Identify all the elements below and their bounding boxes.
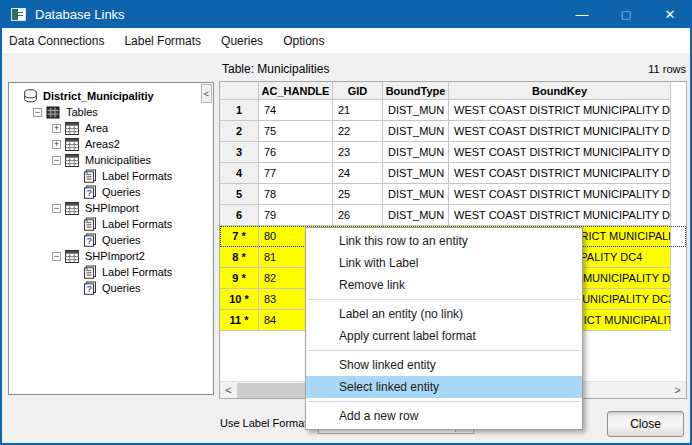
table-cell-ac_handle[interactable]: 75: [259, 121, 333, 142]
column-header-boundtype[interactable]: BoundType: [383, 82, 449, 100]
queries-icon: ?: [82, 233, 98, 247]
tree-item-tables[interactable]: Tables: [9, 104, 213, 120]
column-header-row-number[interactable]: [220, 82, 259, 100]
tree-collapse-button[interactable]: <: [201, 84, 212, 103]
row-number-cell[interactable]: 7 *: [220, 226, 259, 247]
table-cell-gid[interactable]: 22: [333, 121, 383, 142]
table-cell-ac_handle[interactable]: 79: [259, 205, 333, 226]
column-header-gid[interactable]: GID: [333, 82, 383, 100]
expand-expander-icon[interactable]: [52, 124, 61, 133]
row-number-cell[interactable]: 8 *: [220, 247, 259, 268]
table-cell-bound_key[interactable]: WEST COAST DISTRICT MUNICIPALITY DC1: [449, 121, 671, 142]
table-cell-gid[interactable]: 23: [333, 142, 383, 163]
tree-item-queries[interactable]: ?Queries: [9, 280, 213, 296]
context-menu-item-select-linked-entity[interactable]: Select linked entity: [306, 376, 582, 398]
table-row[interactable]: 27522DIST_MUNWEST COAST DISTRICT MUNICIP…: [220, 121, 686, 142]
context-menu-item-link-with-label[interactable]: Link with Label: [306, 252, 582, 274]
row-number-cell[interactable]: 5: [220, 184, 259, 205]
tree-item-label: Queries: [102, 282, 141, 294]
table-cell-bound_type[interactable]: DIST_MUN: [383, 184, 449, 205]
context-menu-item-add-a-new-row[interactable]: Add a new row: [306, 405, 582, 427]
table-cell-bound_type[interactable]: DIST_MUN: [383, 121, 449, 142]
table-cell-bound_key[interactable]: WEST COAST DISTRICT MUNICIPALITY DC1: [449, 100, 671, 121]
table-cell-gid[interactable]: 24: [333, 163, 383, 184]
row-number-cell[interactable]: 1: [220, 100, 259, 121]
menubar-item-options[interactable]: Options: [273, 28, 334, 53]
table-row[interactable]: 37623DIST_MUNWEST COAST DISTRICT MUNICIP…: [220, 142, 686, 163]
table-cell-bound_key[interactable]: WEST COAST DISTRICT MUNICIPALITY DC1: [449, 142, 671, 163]
queries-icon: ?: [82, 281, 98, 295]
row-number-cell[interactable]: 10 *: [220, 289, 259, 310]
table-icon: [65, 153, 81, 167]
close-button[interactable]: Close: [607, 411, 684, 437]
collapse-expander-icon[interactable]: [52, 252, 61, 261]
context-menu: Link this row to an entityLink with Labe…: [305, 227, 583, 430]
tree-item-label-formats[interactable]: Label Formats: [9, 168, 213, 184]
table-cell-ac_handle[interactable]: 78: [259, 184, 333, 205]
table-cell-gid[interactable]: 25: [333, 184, 383, 205]
table-row[interactable]: 17421DIST_MUNWEST COAST DISTRICT MUNICIP…: [220, 100, 686, 121]
tree-item-district-municipalitiy[interactable]: District_Municipalitiy: [9, 88, 213, 104]
table-row[interactable]: 57825DIST_MUNWEST COAST DISTRICT MUNICIP…: [220, 184, 686, 205]
row-number-cell[interactable]: 9 *: [220, 268, 259, 289]
collapse-expander-icon[interactable]: [33, 108, 42, 117]
table-cell-bound_type[interactable]: DIST_MUN: [383, 163, 449, 184]
table-cell-ac_handle[interactable]: 74: [259, 100, 333, 121]
menubar-item-queries[interactable]: Queries: [211, 28, 273, 53]
table-cell-ac_handle[interactable]: 76: [259, 142, 333, 163]
table-row[interactable]: 67926DIST_MUNWEST COAST DISTRICT MUNICIP…: [220, 205, 686, 226]
database-links-dialog: Database Links — ▢ ✕ Data ConnectionsLab…: [0, 0, 692, 445]
table-icon: [65, 137, 81, 151]
column-header-boundkey[interactable]: BoundKey: [449, 82, 671, 100]
tree-item-municipalities[interactable]: Municipalities: [9, 152, 213, 168]
menubar-item-data-connections[interactable]: Data Connections: [0, 28, 114, 53]
close-icon[interactable]: ✕: [648, 0, 692, 28]
tree-item-queries[interactable]: ?Queries: [9, 184, 213, 200]
table-icon: [65, 201, 81, 215]
table-cell-bound_type[interactable]: DIST_MUN: [383, 142, 449, 163]
context-menu-item-link-this-row-to-an-entity[interactable]: Link this row to an entity: [306, 230, 582, 252]
context-menu-item-remove-link[interactable]: Remove link: [306, 274, 582, 296]
row-number-cell[interactable]: 6: [220, 205, 259, 226]
row-number-cell[interactable]: 11 *: [220, 310, 259, 331]
tree-item-label-formats[interactable]: Label Formats: [9, 264, 213, 280]
collapse-expander-icon[interactable]: [52, 156, 61, 165]
tree-item-label: SHPImport: [85, 202, 139, 214]
minimize-icon[interactable]: —: [560, 0, 604, 28]
menubar-item-label-formats[interactable]: Label Formats: [114, 28, 211, 53]
menu-separator: [308, 299, 580, 300]
row-number-cell[interactable]: 4: [220, 163, 259, 184]
tree-item-area[interactable]: Area: [9, 120, 213, 136]
table-cell-bound_key[interactable]: WEST COAST DISTRICT MUNICIPALITY DC1: [449, 205, 671, 226]
table-cell-bound_key[interactable]: WEST COAST DISTRICT MUNICIPALITY DC1: [449, 184, 671, 205]
table-cell-bound_key[interactable]: WEST COAST DISTRICT MUNICIPALITY DC1: [449, 163, 671, 184]
tree-item-label: Areas2: [85, 138, 120, 150]
scroll-left-icon[interactable]: <: [220, 382, 237, 399]
tree-item-queries[interactable]: ?Queries: [9, 232, 213, 248]
context-menu-item-apply-current-label-format[interactable]: Apply current label format: [306, 325, 582, 347]
expand-expander-icon[interactable]: [52, 140, 61, 149]
table-cell-bound_type[interactable]: DIST_MUN: [383, 100, 449, 121]
grid-header-row: AC_HANDLEGIDBoundTypeBoundKey: [220, 82, 686, 100]
context-menu-item-label-an-entity-no-link[interactable]: Label an entity (no link): [306, 303, 582, 325]
table-cell-ac_handle[interactable]: 77: [259, 163, 333, 184]
use-label-format-label: Use Label Format:: [220, 417, 310, 429]
row-number-cell[interactable]: 2: [220, 121, 259, 142]
table-cell-bound_type[interactable]: DIST_MUN: [383, 205, 449, 226]
queries-icon: ?: [82, 185, 98, 199]
tree-item-shpimport2[interactable]: SHPImport2: [9, 248, 213, 264]
row-number-cell[interactable]: 3: [220, 142, 259, 163]
table-cell-gid[interactable]: 21: [333, 100, 383, 121]
context-menu-item-show-linked-entity[interactable]: Show linked entity: [306, 354, 582, 376]
table-row[interactable]: 47724DIST_MUNWEST COAST DISTRICT MUNICIP…: [220, 163, 686, 184]
tree-item-areas2[interactable]: Areas2: [9, 136, 213, 152]
tree-item-shpimport[interactable]: SHPImport: [9, 200, 213, 216]
tree-item-label-formats[interactable]: Label Formats: [9, 216, 213, 232]
maximize-icon[interactable]: ▢: [604, 0, 648, 28]
tree-item-label: Label Formats: [102, 170, 172, 182]
collapse-expander-icon[interactable]: [52, 204, 61, 213]
tables-icon: [46, 105, 62, 119]
table-cell-gid[interactable]: 26: [333, 205, 383, 226]
column-header-ac-handle[interactable]: AC_HANDLE: [259, 82, 333, 100]
scroll-right-icon[interactable]: >: [669, 382, 686, 399]
